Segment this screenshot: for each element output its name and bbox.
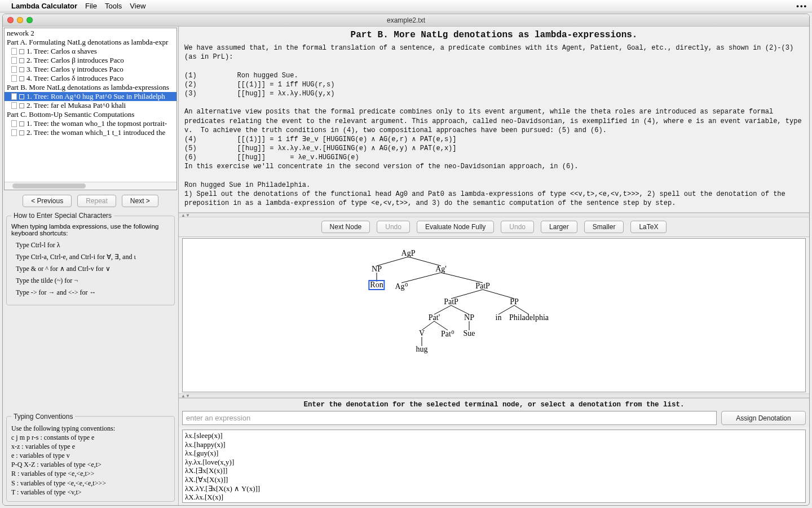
tree-node-patp2[interactable]: PatP: [444, 297, 458, 306]
close-icon[interactable]: [7, 17, 14, 23]
typing-line: R : variables of type <e,<e,t>>: [11, 469, 170, 478]
tree-node-phil[interactable]: Philadelphia: [509, 313, 549, 322]
tree-item[interactable]: 3. Tree: Carlos γ introduces Paco: [5, 65, 176, 74]
tree-toolbar: Next Node Undo Evaluate Node Fully Undo …: [179, 217, 809, 237]
tree-section-header[interactable]: Part C. Bottom-Up Semantic Computations: [5, 110, 176, 119]
undo-button[interactable]: Undo: [377, 221, 410, 233]
main-window: example2.txt nework 2Part A. Formulating…: [2, 14, 810, 506]
checkbox-icon: [19, 76, 24, 81]
problem-line: (5) [[hug]] = λx.λy.λe_v.[HUGGING(e) ∧ A…: [184, 144, 804, 153]
expression-input[interactable]: enter an expression: [182, 411, 717, 425]
tree-item[interactable]: 2. Tree: far el Mukasa Pat^0 khali: [5, 101, 176, 110]
denotation-item[interactable]: λx.[guy(x)]: [185, 449, 803, 458]
tree-node-ron[interactable]: Ron: [369, 281, 384, 290]
document-icon: [11, 102, 17, 109]
smaller-button[interactable]: Smaller: [584, 221, 624, 233]
typing-line: x-z : variables of type e: [11, 442, 170, 451]
checkbox-icon: [19, 94, 24, 99]
menu-tools[interactable]: Tools: [105, 2, 122, 10]
checkbox-icon: [19, 103, 24, 108]
problem-line: (2) [[(1)]] = 1 iff HUG(r,s): [184, 80, 804, 89]
tree-item[interactable]: 1. Tree: Ron Ag^0 hug Pat^0 Sue in Phila…: [5, 92, 176, 101]
checkbox-icon: [19, 67, 24, 72]
tree-item[interactable]: 4. Tree: Carlos δ introduces Paco: [5, 74, 176, 83]
help-line: Type Ctrl-l for λ: [16, 241, 170, 249]
checkbox-icon: [19, 58, 24, 63]
denotation-item[interactable]: λX.[∃x[X(x)]]: [185, 466, 803, 475]
latex-button[interactable]: LaTeX: [630, 221, 667, 233]
tree-node-np1[interactable]: NP: [372, 265, 382, 274]
zoom-icon[interactable]: [27, 17, 33, 23]
typing-line: c j m p r-s : constants of type e: [11, 433, 170, 442]
splitter-handle-2[interactable]: ▲▼: [179, 393, 809, 398]
tree-item[interactable]: 2. Tree: the woman which_1 t_1 introduce…: [5, 128, 176, 137]
larger-button[interactable]: Larger: [541, 221, 577, 233]
denotation-list[interactable]: λx.[sleep(x)]λx.[happy(x)]λx.[guy(x)]λy.…: [182, 430, 806, 503]
tree-item-label: 1. Tree: the woman who_1 the topmost por…: [27, 119, 167, 128]
tree-node-pp[interactable]: PP: [510, 297, 519, 306]
help-panel-title: How to Enter Special Characters: [11, 212, 114, 220]
window-titlebar[interactable]: example2.txt: [3, 14, 809, 27]
menu-file[interactable]: File: [85, 2, 97, 10]
tree-node-agbar[interactable]: Ag': [435, 265, 447, 274]
tree-node-hug[interactable]: hug: [416, 345, 428, 354]
help-line: Type Ctrl-a, Ctrl-e, and Ctrl-i for ∀, ∃…: [16, 253, 170, 261]
tree-item-label: 4. Tree: Carlos δ introduces Paco: [27, 74, 123, 83]
syntax-tree-canvas[interactable]: AgPNPAg'RonAg⁰PatPPatPPPPat'NPinPhiladel…: [182, 238, 806, 392]
undo-button-2[interactable]: Undo: [501, 221, 534, 233]
exercise-tree[interactable]: nework 2Part A. Formulating NatLg denota…: [4, 28, 177, 190]
typing-line: e : variables of type v: [11, 451, 170, 460]
repeat-button[interactable]: Repeat: [77, 195, 116, 207]
tree-section-header[interactable]: Part A. Formulating NatLg denotations as…: [5, 38, 176, 47]
checkbox-icon: [19, 130, 24, 135]
problem-line: Ron hugged Sue in Philadelphia.: [184, 181, 804, 190]
tree-node-in[interactable]: in: [496, 313, 502, 322]
next-node-button[interactable]: Next Node: [321, 221, 370, 233]
typing-panel: Typing Conventions Use the following typ…: [6, 413, 175, 502]
denotation-item[interactable]: λy.λx.[love(x,y)]: [185, 458, 803, 467]
tree-horizontal-scrollbar[interactable]: [5, 182, 176, 190]
denotation-item[interactable]: λX.λx.[X(x)]: [185, 493, 803, 502]
checkbox-icon: [19, 121, 24, 126]
minimize-icon[interactable]: [17, 17, 23, 23]
tree-item[interactable]: 1. Tree: Carlos α shaves: [5, 47, 176, 56]
problem-line: (1) Ron hugged Sue.: [184, 71, 804, 80]
window-controls: [7, 17, 33, 23]
problem-line: An alternative view posits that the form…: [184, 107, 804, 135]
tree-node-np2[interactable]: NP: [464, 313, 474, 322]
menubar-overflow-icon[interactable]: •••: [796, 2, 807, 10]
tree-node-ag0[interactable]: Ag⁰: [395, 282, 408, 291]
scrollbar-thumb[interactable]: [12, 183, 86, 189]
tree-node-patbar[interactable]: Pat': [429, 313, 440, 322]
problem-line: In this exercise we'll concentrate in th…: [184, 162, 804, 171]
problem-line: (4) [[(1)]] = 1 iff ∃e_v [HUGGING(e) ∧ A…: [184, 135, 804, 144]
document-icon: [11, 75, 17, 82]
tree-item[interactable]: 2. Tree: Carlos β introduces Paco: [5, 56, 176, 65]
help-line: Type the tilde (~) for ¬: [16, 277, 170, 285]
entry-area: Enter the denotation for the selected te…: [179, 398, 809, 427]
previous-button[interactable]: < Previous: [23, 195, 72, 207]
assign-denotation-button[interactable]: Assign Denotation: [721, 411, 806, 425]
next-button[interactable]: Next >: [122, 195, 158, 207]
denotation-item[interactable]: λx.[happy(x)]: [185, 440, 803, 449]
tree-node-pat0[interactable]: Pat⁰: [441, 329, 454, 339]
denotation-item[interactable]: λx.[sleep(x)]: [185, 431, 803, 440]
tree-item[interactable]: 1. Tree: the woman who_1 the topmost por…: [5, 119, 176, 128]
tree-item-label: 2. Tree: Carlos β introduces Paco: [27, 56, 124, 65]
typing-panel-title: Typing Conventions: [11, 413, 75, 421]
window-title: example2.txt: [3, 16, 809, 24]
tree-section-header[interactable]: Part B. More NatLg denotations as lambda…: [5, 83, 176, 92]
tree-node-sue[interactable]: Sue: [464, 329, 475, 338]
tree-node-agp[interactable]: AgP: [401, 249, 416, 258]
problem-line: [184, 98, 804, 107]
tree-node-v[interactable]: V: [419, 329, 425, 338]
tree-node-patp[interactable]: PatP: [475, 282, 490, 291]
denotation-item[interactable]: λX.λY.[∃x[X(x) ∧ Y(x)]]: [185, 484, 803, 493]
denotation-item[interactable]: λX.[∀x[X(x)]]: [185, 475, 803, 484]
tree-section-header[interactable]: nework 2: [5, 29, 176, 38]
problem-line: We have assumed that, in the formal tran…: [184, 43, 804, 62]
menu-view[interactable]: View: [130, 2, 145, 10]
splitter-handle[interactable]: ▲▼: [179, 213, 809, 217]
evaluate-fully-button[interactable]: Evaluate Node Fully: [417, 221, 494, 233]
app-name[interactable]: Lambda Calculator: [11, 2, 77, 10]
